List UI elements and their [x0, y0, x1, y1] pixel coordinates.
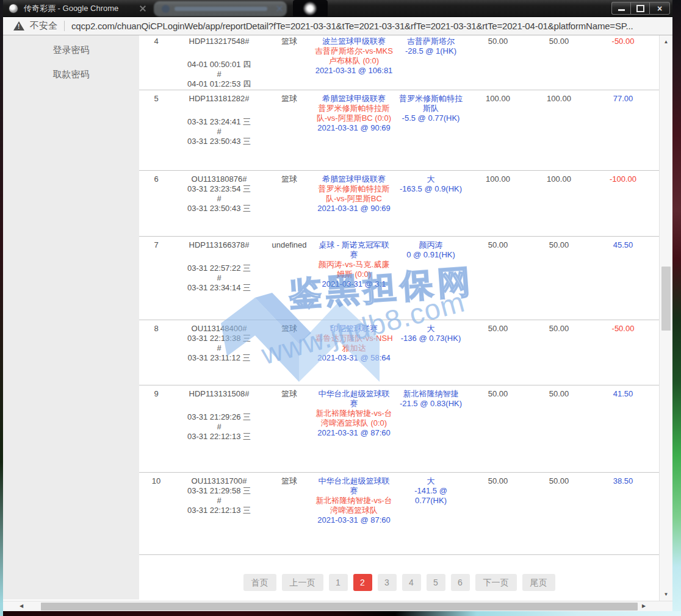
match-cell: 中华台北超级篮球联赛 新北裕隆纳智捷-vs-台湾啤酒篮球队 (0:0) 2021…: [314, 389, 394, 472]
bet-time-start: 04-01 00:50:01 四: [173, 60, 265, 70]
scroll-left-icon[interactable]: ◀: [16, 601, 26, 611]
league-name: 中华台北超级篮球联赛: [315, 476, 393, 496]
bet-odds: 0 @ 0.91(HK): [398, 250, 464, 260]
league-name: 印尼篮球联赛: [315, 324, 393, 334]
window-controls: ×: [611, 2, 670, 15]
sport-type: 篮球: [265, 37, 314, 90]
bet-odds: -21.5 @ 0.83(HK): [398, 399, 464, 409]
sidebar-item-1[interactable]: 登录密码: [3, 43, 139, 67]
window-minimize-button[interactable]: [611, 2, 630, 15]
pagination-first-button[interactable]: 首页: [243, 574, 276, 591]
final-score: 2021-03-31 @ 90:69: [315, 204, 393, 213]
bet-odds: -163.5 @ 0.9(HK): [398, 184, 464, 194]
window-close-button[interactable]: ×: [649, 2, 670, 15]
vertical-scrollbar[interactable]: ▲ ▼: [659, 35, 672, 601]
match-teams: 新北裕隆纳智捷-vs-台湾啤酒篮球队 (0:0): [315, 409, 393, 428]
bet-id-cell: OU113131700# 03-31 21:29:58 三 # 03-31 22…: [173, 476, 265, 554]
sidebar-item-2[interactable]: 取款密码: [3, 67, 139, 91]
sport-type: 篮球: [265, 389, 314, 472]
bet-odds: -136 @ 0.73(HK): [398, 334, 464, 343]
row-number: 10: [139, 476, 173, 554]
result-amount: 45.50: [589, 240, 657, 320]
bet-content-cell: 颜丙涛 0 @ 0.91(HK): [394, 240, 467, 320]
scroll-down-icon[interactable]: ▼: [660, 589, 672, 600]
pagination-next-button[interactable]: 下一页: [475, 574, 517, 591]
bet-odds: -5.5 @ 0.77(HK): [398, 113, 464, 123]
bet-time-end: 03-31 23:50:43 三: [173, 204, 265, 213]
bet-selection: 吉普萨斯塔尔: [398, 37, 464, 46]
pagination-page-4-button[interactable]: 4: [402, 574, 421, 591]
pagination-page-6-button[interactable]: 6: [451, 574, 470, 591]
scroll-right-icon[interactable]: ▶: [639, 601, 649, 611]
valid-amount: 50.00: [528, 240, 589, 320]
match-cell: 印尼篮球联赛 嘉鲁达万隆队-vs-NSH 雅加达 2021-03-31 @ 58…: [314, 324, 394, 385]
league-name: 桌球 - 斯诺克冠军联赛: [315, 240, 393, 260]
result-amount: 38.50: [589, 476, 657, 554]
bet-time-end: 04-01 01:22:53 四: [173, 79, 265, 89]
pagination-page-1-button[interactable]: 1: [329, 574, 348, 591]
final-score: 2021-03-31 @ 106:81: [315, 66, 393, 76]
row-number: 7: [139, 240, 173, 320]
pagination-page-5-button[interactable]: 5: [427, 574, 445, 591]
bet-amount: 50.00: [467, 324, 528, 385]
bet-selection: 大: [398, 174, 464, 184]
not-secure-label[interactable]: 不安全: [30, 20, 57, 32]
time-separator: #: [173, 422, 265, 432]
vertical-scrollbar-thumb[interactable]: [661, 267, 671, 331]
ghost-tab-overlay: [154, 1, 287, 16]
sport-type: 篮球: [265, 94, 314, 170]
window-maximize-button[interactable]: [630, 2, 649, 15]
window-title: 传奇彩票 - Google Chrome: [24, 0, 118, 17]
league-name: 希腊篮球甲级联赛: [315, 174, 393, 184]
not-secure-warning-icon[interactable]: !: [13, 21, 25, 31]
valid-amount: 50.00: [528, 476, 589, 554]
result-amount: 77.00: [589, 94, 657, 170]
desktop-wallpaper-right-edge: [672, 0, 681, 616]
ghost-close-icon: [140, 5, 146, 12]
bet-id: OU113148400#: [173, 324, 265, 334]
bet-time-end: 03-31 22:12:13 三: [173, 432, 265, 442]
time-separator: #: [173, 194, 265, 204]
bet-time-end: 03-31 23:11:12 三: [173, 353, 265, 363]
url-separator: [64, 21, 65, 31]
final-score: 2021-03-31 @ 3:1: [315, 279, 393, 289]
address-bar: ! 不安全 cqcp2.com/chuanQiCPLoginWeb/app/re…: [3, 17, 672, 35]
bet-id-cell: OU113180876# 03-31 23:23:54 三 # 03-31 23…: [173, 174, 265, 236]
pagination-page-3-button[interactable]: 3: [378, 574, 397, 591]
bet-time-start: 03-31 22:57:22 三: [173, 263, 265, 273]
pagination-page-2-button[interactable]: 2: [353, 574, 372, 591]
match-teams: 新北裕隆纳智捷-vs-台湾啤酒篮球队: [315, 496, 393, 515]
pagination-prev-button[interactable]: 上一页: [282, 574, 323, 591]
bet-content-cell: 普罗米修斯帕特拉斯队 -5.5 @ 0.77(HK): [394, 94, 467, 170]
desktop-wallpaper-bottom-edge: [0, 611, 681, 616]
ghost-dark-overlay: [293, 0, 328, 17]
sport-type: 篮球: [265, 174, 314, 236]
url-field[interactable]: cqcp2.com/chuanQiCPLoginWeb/app/reportDe…: [71, 21, 672, 31]
horizontal-scrollbar[interactable]: ◀ ▶: [3, 601, 672, 611]
final-score: 2021-03-31 @ 58:64: [315, 353, 393, 363]
match-cell: 中华台北超级篮球联赛 新北裕隆纳智捷-vs-台湾啤酒篮球队 2021-03-31…: [314, 476, 394, 554]
sport-type: undefined: [265, 240, 314, 320]
bet-selection: 新北裕隆纳智捷: [398, 389, 464, 399]
time-separator: #: [173, 496, 265, 506]
ghost-tab-close-icon: [276, 5, 283, 12]
scroll-up-icon[interactable]: ▲: [660, 37, 672, 47]
bet-id: HDP113166378#: [173, 240, 265, 250]
horizontal-scrollbar-thumb[interactable]: [41, 603, 638, 611]
result-amount: -50.00: [589, 37, 657, 90]
table-row: 4 HDP113217548# 04-01 00:50:01 四 # 04-01…: [139, 35, 659, 90]
pagination-last-button[interactable]: 尾页: [522, 574, 555, 591]
bet-content-cell: 大 -141.5 @ 0.77(HK): [394, 476, 467, 554]
table-row: 8 OU113148400# 03-31 22:13:38 三 # 03-31 …: [139, 320, 659, 385]
valid-amount: 50.00: [528, 389, 589, 472]
ghost-glow-icon: [303, 2, 317, 15]
bet-time-end: 03-31 23:34:14 三: [173, 283, 265, 293]
main-panel: 4 HDP113217548# 04-01 00:50:01 四 # 04-01…: [139, 35, 659, 591]
bet-amount: 50.00: [467, 476, 528, 554]
result-amount: -50.00: [589, 324, 657, 385]
valid-amount: 50.00: [528, 324, 589, 385]
bet-time-start: 03-31 21:29:58 三: [173, 486, 265, 496]
bet-time-start: 03-31 23:23:54 三: [173, 184, 265, 194]
row-number: 6: [139, 174, 173, 236]
bet-amount: 50.00: [467, 389, 528, 472]
